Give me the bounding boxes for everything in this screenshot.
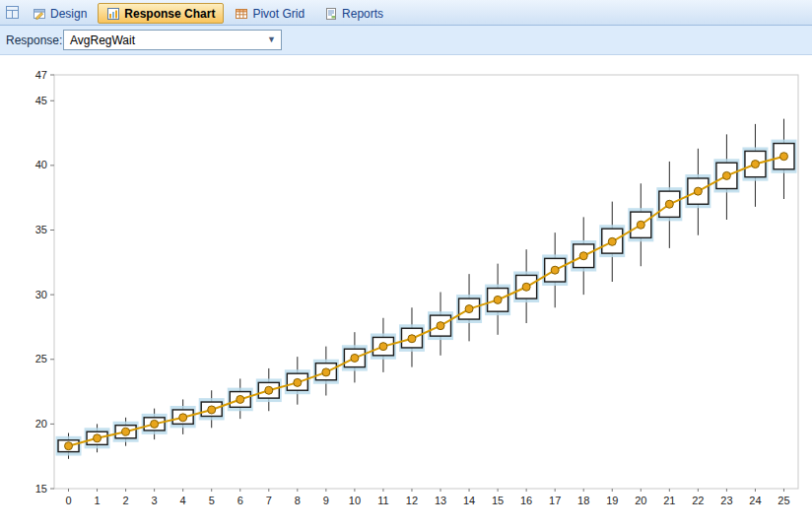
svg-text:7: 7 [266, 495, 272, 506]
svg-text:6: 6 [237, 495, 243, 506]
svg-text:16: 16 [520, 495, 532, 506]
response-dropdown[interactable]: AvgRegWait ▼ [63, 30, 282, 50]
pivot-grid-icon [235, 7, 248, 21]
svg-text:5: 5 [209, 495, 215, 506]
svg-text:45: 45 [35, 95, 47, 106]
svg-text:11: 11 [377, 495, 388, 506]
tab-response-chart-label: Response Chart [124, 7, 215, 21]
chevron-down-icon[interactable]: ▼ [267, 35, 276, 44]
svg-text:22: 22 [692, 495, 704, 506]
svg-text:10: 10 [349, 495, 361, 506]
reports-icon [324, 7, 338, 21]
svg-text:21: 21 [663, 495, 675, 506]
tab-strip-icon [4, 5, 20, 21]
response-toolbar: Response: AvgRegWait ▼ [0, 26, 812, 55]
svg-text:2: 2 [123, 495, 129, 506]
svg-text:40: 40 [35, 159, 47, 170]
tab-bar: Design Response Chart Pivot Grid [0, 0, 812, 26]
svg-text:20: 20 [635, 495, 646, 506]
tab-pivot-grid[interactable]: Pivot Grid [226, 3, 313, 24]
svg-text:0: 0 [65, 495, 71, 506]
svg-text:15: 15 [492, 495, 504, 506]
svg-text:15: 15 [35, 483, 47, 495]
svg-text:25: 25 [778, 495, 789, 506]
response-label: Response: [6, 33, 63, 47]
tab-pivot-grid-label: Pivot Grid [252, 7, 304, 21]
svg-text:8: 8 [295, 495, 301, 506]
svg-text:35: 35 [35, 224, 47, 235]
svg-text:20: 20 [35, 418, 47, 430]
svg-text:14: 14 [463, 495, 475, 506]
svg-text:4: 4 [180, 495, 186, 506]
svg-text:25: 25 [35, 353, 47, 364]
svg-text:47: 47 [35, 69, 47, 81]
response-chart-canvas: 1520253035404547012345678910111213141516… [0, 55, 812, 529]
tab-response-chart[interactable]: Response Chart [98, 3, 224, 24]
svg-text:3: 3 [152, 495, 158, 506]
svg-text:13: 13 [435, 495, 446, 506]
svg-text:18: 18 [577, 495, 589, 506]
svg-text:12: 12 [406, 495, 418, 506]
chart-area: 1520253035404547012345678910111213141516… [0, 55, 812, 529]
design-icon [33, 7, 46, 21]
response-dropdown-value: AvgRegWait [70, 33, 135, 47]
tab-design-label: Design [50, 7, 87, 21]
tab-reports-label: Reports [342, 7, 383, 21]
svg-text:19: 19 [606, 495, 618, 506]
tab-reports[interactable]: Reports [315, 3, 392, 24]
svg-text:24: 24 [749, 495, 761, 506]
svg-text:1: 1 [94, 495, 100, 506]
svg-text:23: 23 [720, 495, 732, 506]
svg-text:17: 17 [549, 495, 561, 506]
response-chart-icon [106, 7, 120, 21]
svg-text:30: 30 [35, 289, 47, 300]
svg-text:9: 9 [323, 495, 329, 506]
tab-design[interactable]: Design [24, 3, 96, 24]
